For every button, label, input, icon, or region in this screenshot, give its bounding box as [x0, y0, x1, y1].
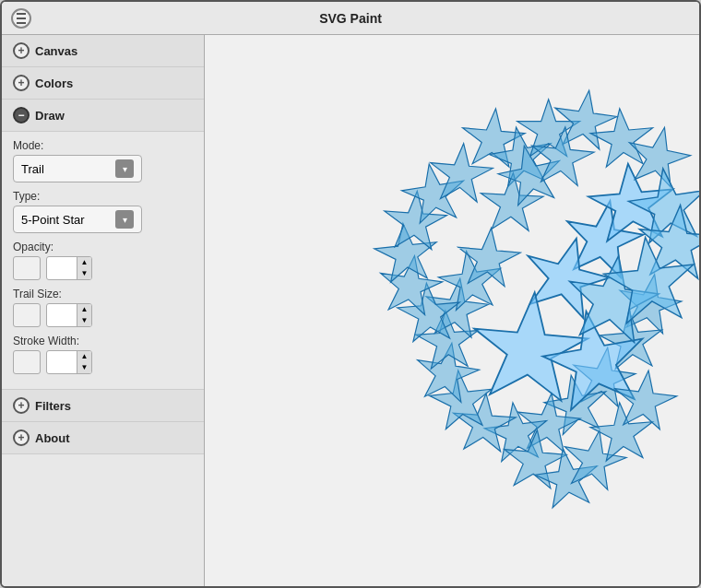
- trail-size-input[interactable]: 30: [47, 307, 77, 324]
- draw-expand-icon: −: [13, 107, 30, 123]
- colors-label: Colors: [35, 76, 73, 90]
- type-dropdown-arrow: ▾: [115, 210, 134, 229]
- mode-row: Mode: Trail ▾: [13, 139, 193, 182]
- app-title: SVG Paint: [319, 11, 382, 26]
- svg-drawing: .star { fill: rgba(100,190,240,0.55); st…: [205, 35, 699, 586]
- canvas-label: Canvas: [35, 44, 77, 58]
- type-dropdown[interactable]: 5-Point Star ▾: [13, 206, 142, 233]
- stroke-width-input[interactable]: 4: [47, 354, 77, 371]
- trail-size-spinner: ▲ ▼: [77, 304, 91, 326]
- stroke-width-row: 4 ▲ ▼: [13, 350, 193, 374]
- mode-value: Trail: [21, 162, 44, 176]
- colors-section-header[interactable]: + Colors: [2, 67, 204, 100]
- canvas-section-header[interactable]: + Canvas: [2, 35, 204, 67]
- type-row: Type: 5-Point Star ▾: [13, 190, 193, 233]
- opacity-input-group: 40 ▲ ▼: [46, 256, 92, 280]
- type-value: 5-Point Star: [21, 213, 85, 227]
- trail-size-up[interactable]: ▲: [77, 304, 91, 315]
- about-expand-icon: +: [13, 429, 30, 446]
- draw-label: Draw: [35, 109, 65, 123]
- colors-expand-icon: +: [13, 75, 30, 91]
- stroke-width-spinner: ▲ ▼: [77, 351, 91, 373]
- type-label: Type:: [13, 190, 193, 203]
- menu-icon[interactable]: [11, 8, 31, 29]
- mode-label: Mode:: [13, 139, 193, 152]
- stroke-width-label: Stroke Width:: [13, 335, 193, 347]
- trail-size-row: 30 ▲ ▼: [13, 303, 193, 327]
- opacity-label: Opacity:: [13, 241, 193, 253]
- draw-section-header[interactable]: − Draw: [2, 100, 204, 132]
- trail-size-label: Trail Size:: [13, 288, 193, 300]
- about-label: About: [35, 431, 70, 445]
- stroke-width-up[interactable]: ▲: [77, 351, 91, 362]
- canvas-expand-icon: +: [13, 42, 30, 59]
- app-window: SVG Paint + Canvas + Colors − Draw: [0, 0, 701, 588]
- canvas-area[interactable]: .star { fill: rgba(100,190,240,0.55); st…: [205, 35, 699, 586]
- opacity-down[interactable]: ▼: [77, 268, 91, 279]
- trail-size-swatch: [13, 303, 41, 327]
- stroke-width-down[interactable]: ▼: [77, 362, 91, 373]
- filters-expand-icon: +: [13, 397, 30, 414]
- mode-dropdown-arrow: ▾: [115, 159, 134, 178]
- opacity-input[interactable]: 40: [47, 260, 77, 277]
- opacity-spinner: ▲ ▼: [77, 257, 91, 279]
- main-area: + Canvas + Colors − Draw Mode: Trail ▾: [2, 35, 699, 586]
- opacity-swatch: [13, 256, 41, 280]
- filters-section-header[interactable]: + Filters: [2, 390, 204, 422]
- trail-size-down[interactable]: ▼: [77, 315, 91, 326]
- draw-content: Mode: Trail ▾ Type: 5-Point Star ▾ Opaci…: [2, 132, 204, 390]
- trail-size-input-group: 30 ▲ ▼: [46, 303, 92, 327]
- opacity-row: 40 ▲ ▼: [13, 256, 193, 280]
- about-section-header[interactable]: + About: [2, 422, 204, 454]
- sidebar: + Canvas + Colors − Draw Mode: Trail ▾: [2, 35, 205, 586]
- filters-label: Filters: [35, 399, 71, 413]
- stroke-width-swatch: [13, 350, 41, 374]
- opacity-up[interactable]: ▲: [77, 257, 91, 268]
- mode-dropdown[interactable]: Trail ▾: [13, 155, 142, 182]
- stroke-width-input-group: 4 ▲ ▼: [46, 350, 92, 374]
- title-bar: SVG Paint: [2, 2, 699, 35]
